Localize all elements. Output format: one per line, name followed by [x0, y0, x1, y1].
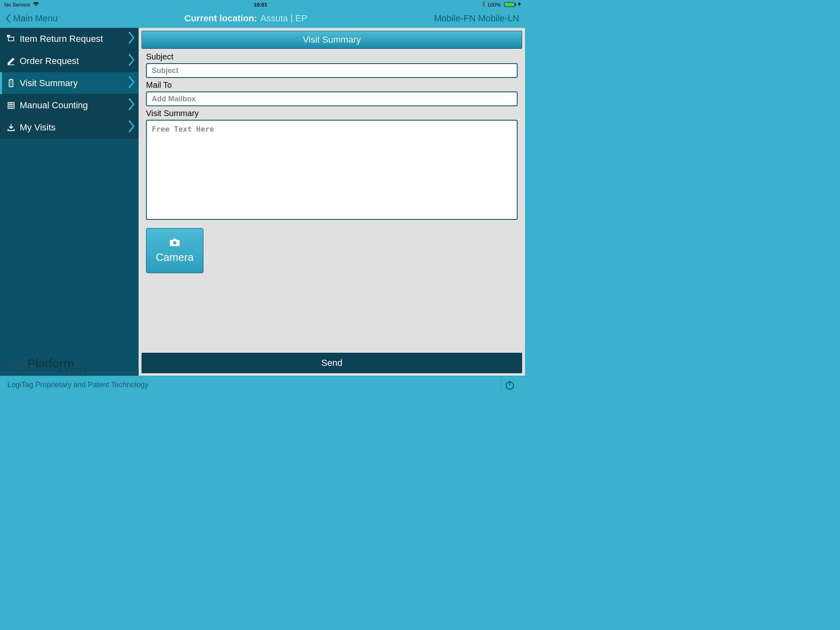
- back-button[interactable]: Main Menu: [6, 13, 58, 24]
- content-panel: Visit Summary Subject Mail To Visit Summ…: [139, 28, 525, 376]
- app-header: Main Menu Current location: Assuta EP Mo…: [0, 9, 525, 28]
- sidebar-item-label: Visit Summary: [20, 78, 78, 89]
- sidebar-item-label: Manual Counting: [20, 100, 88, 111]
- sidebar-item-my-visits[interactable]: My Visits: [0, 116, 139, 139]
- chevron-right-icon: [127, 98, 135, 113]
- service-status: No Service: [4, 2, 30, 8]
- sidebar-item-visit-summary[interactable]: Visit Summary: [0, 72, 139, 94]
- power-button[interactable]: [501, 376, 518, 394]
- bluetooth-icon: [482, 1, 486, 8]
- camera-label: Camera: [156, 251, 194, 264]
- power-icon: [504, 380, 515, 390]
- chevron-right-icon: [127, 76, 135, 91]
- footer: LogiTag Proprietary and Patent Technolog…: [0, 376, 525, 394]
- location-site: Assuta: [260, 13, 288, 24]
- edit-icon: [6, 57, 16, 66]
- sidebar-item-order-request[interactable]: Order Request: [0, 50, 139, 72]
- download-icon: [6, 123, 16, 132]
- subject-label: Subject: [146, 52, 518, 62]
- sidebar-item-item-return-request[interactable]: Item Return Request: [0, 28, 139, 50]
- summary-label: Visit Summary: [146, 109, 518, 118]
- send-button[interactable]: Send: [142, 353, 522, 373]
- footer-text: LogiTag Proprietary and Patent Technolog…: [7, 381, 148, 389]
- clipboard-icon: [6, 79, 16, 88]
- grid-icon: [6, 101, 16, 110]
- summary-textarea[interactable]: [146, 120, 518, 220]
- sidebar-item-manual-counting[interactable]: Manual Counting: [0, 94, 139, 116]
- battery-percent: 100%: [487, 2, 501, 8]
- location-breadcrumb: Current location: Assuta EP: [58, 13, 434, 24]
- sidebar-item-label: Order Request: [20, 56, 79, 66]
- mailto-input[interactable]: [146, 91, 518, 106]
- user-name: Mobile-FN Mobile-LN: [434, 13, 519, 24]
- return-icon: [6, 34, 16, 43]
- sidebar-item-label: Item Return Request: [20, 34, 103, 44]
- chevron-right-icon: [127, 54, 135, 68]
- battery-icon: [504, 2, 516, 7]
- sidebar-item-label: My Visits: [20, 122, 56, 133]
- clock: 10:01: [39, 2, 482, 8]
- location-dept: EP: [295, 13, 307, 24]
- wifi-icon: [33, 1, 39, 8]
- brand-logo: LogiPlatform MOBILE: [0, 354, 139, 376]
- location-label: Current location:: [185, 13, 257, 24]
- charging-icon: [518, 2, 521, 8]
- subject-input[interactable]: [146, 63, 518, 78]
- divider-icon: [291, 14, 292, 23]
- status-bar: No Service 10:01 100%: [0, 0, 525, 9]
- back-label: Main Menu: [13, 13, 58, 24]
- panel-title: Visit Summary: [142, 31, 522, 49]
- camera-icon: [169, 238, 180, 247]
- chevron-right-icon: [127, 32, 135, 46]
- sidebar: Item Return Request Order Request Visit …: [0, 28, 139, 376]
- mailto-label: Mail To: [146, 80, 518, 90]
- camera-button[interactable]: Camera: [146, 228, 203, 273]
- chevron-right-icon: [127, 120, 135, 135]
